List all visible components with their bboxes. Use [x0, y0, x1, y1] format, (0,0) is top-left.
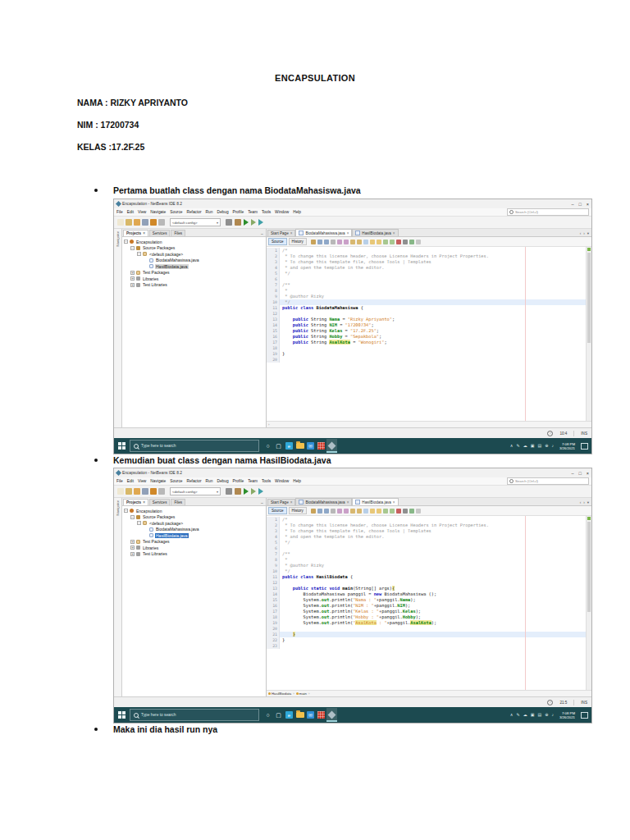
undo-icon[interactable] [150, 219, 157, 226]
code-line[interactable]: 1/* [267, 517, 587, 523]
run-project-icon[interactable] [244, 488, 249, 495]
screenshot-icon[interactable]: ▣ [531, 444, 535, 448]
code-line[interactable]: 7/** [267, 551, 587, 557]
expander-icon[interactable]: − [124, 240, 128, 244]
close-icon[interactable]: × [290, 231, 293, 235]
code-line[interactable]: 11public class HasilBiodata { [267, 574, 587, 580]
menu-tools[interactable]: Tools [262, 479, 271, 483]
menu-edit[interactable]: Edit [127, 479, 134, 483]
menu-navigate[interactable]: Navigate [150, 210, 166, 214]
menu-refactor[interactable]: Refactor [186, 479, 201, 483]
code-line[interactable]: 2 * To change this license header, choos… [267, 523, 587, 528]
code-line[interactable]: 12 [267, 580, 587, 586]
code-line[interactable]: 5 */ [267, 540, 587, 546]
editor-tab[interactable]: Start Page× [267, 499, 295, 505]
expander-icon[interactable]: + [130, 276, 135, 281]
code-line[interactable]: 7/** [267, 282, 587, 288]
editor-scrollbar[interactable] [586, 247, 591, 421]
edge-icon[interactable]: e [284, 708, 294, 722]
expander-icon[interactable]: − [137, 252, 141, 256]
close-icon[interactable]: × [143, 231, 145, 235]
pen-icon[interactable]: ✎ [517, 444, 520, 448]
comment-icon[interactable] [409, 509, 414, 514]
code-line[interactable]: 17 System.out.println("Kelas : "+panggil… [267, 609, 587, 614]
tab-list-icon[interactable]: ▾ [587, 231, 589, 235]
find-occurrences-icon[interactable] [337, 240, 342, 244]
menu-run[interactable]: Run [206, 479, 213, 483]
toggle-highlight-icon[interactable] [344, 509, 349, 514]
tree-item[interactable]: HasilBiodata.java [122, 263, 266, 270]
tree-item[interactable]: +Libraries [122, 276, 266, 282]
uncomment-icon[interactable] [416, 240, 421, 244]
previous-bookmark-icon[interactable] [350, 509, 355, 514]
back-icon[interactable] [317, 240, 322, 244]
code-line[interactable]: 14 public String NIM = "17200734"; [267, 322, 587, 328]
code-line[interactable]: 14 BiodataMahasiswa panggil = new Biodat… [267, 591, 587, 597]
source-view-button[interactable]: Source [268, 507, 287, 514]
next-bookmark-icon[interactable] [357, 509, 362, 514]
menu-navigate[interactable]: Navigate [150, 479, 166, 483]
code-line[interactable]: 18 [267, 345, 587, 351]
panel-minimize-button[interactable]: − [261, 500, 265, 505]
scroll-tabs-left-icon[interactable]: ‹ [580, 231, 582, 235]
code-line[interactable]: 8 * [267, 288, 587, 294]
cortana-icon[interactable]: ○ [262, 439, 273, 453]
tree-item[interactable]: −Source Packages [122, 245, 266, 252]
code-line[interactable]: 10 */ [267, 299, 587, 305]
start-macro-icon[interactable] [396, 240, 401, 244]
redo-icon[interactable] [158, 488, 165, 495]
ide-search-input[interactable]: Search (Ctrl+I) [507, 477, 589, 485]
code-line[interactable]: 2 * To change this license header, choos… [267, 253, 587, 259]
undo-icon[interactable] [150, 488, 157, 495]
editor-tab[interactable]: BiodataMahasiswa.java× [295, 498, 352, 505]
forward-icon[interactable] [324, 509, 329, 514]
forward-icon[interactable] [324, 240, 329, 244]
tree-item[interactable]: −Encapsulation [122, 508, 266, 514]
file-explorer-icon[interactable] [294, 439, 305, 453]
editor-scrollbar[interactable] [586, 516, 591, 690]
menu-view[interactable]: View [138, 210, 146, 214]
code-line[interactable]: 3 * To change this template file, choose… [267, 528, 587, 534]
cloud-icon[interactable]: ☁ [523, 444, 527, 448]
scroll-tabs-right-icon[interactable]: › [583, 500, 585, 504]
cortana-icon[interactable]: ○ [262, 708, 273, 722]
panel-tab-services[interactable]: Services [149, 230, 171, 236]
action-center-icon[interactable] [581, 712, 588, 719]
source-view-button[interactable]: Source [268, 238, 287, 245]
ide-search-input[interactable]: Search (Ctrl+I) [507, 208, 589, 216]
taskbar-search-input[interactable]: Type here to search [130, 709, 259, 721]
volume-icon[interactable]: ♪ [551, 713, 554, 717]
open-project-icon[interactable] [134, 219, 140, 226]
code-line[interactable]: 4 * and open the template in the editor. [267, 534, 587, 540]
scroll-tabs-right-icon[interactable]: › [583, 231, 585, 235]
expander-icon[interactable]: + [130, 546, 135, 550]
build-project-icon[interactable] [226, 488, 232, 495]
menu-debug[interactable]: Debug [217, 210, 228, 214]
toggle-bookmark-icon[interactable] [363, 240, 368, 244]
code-line[interactable]: 22} [267, 637, 587, 643]
menu-edit[interactable]: Edit [127, 210, 134, 214]
code-line[interactable]: 1/* [267, 248, 587, 253]
panel-tab-files[interactable]: Files [171, 230, 185, 236]
menu-profile[interactable]: Profile [233, 479, 244, 483]
menu-help[interactable]: Help [293, 210, 301, 214]
menu-tools[interactable]: Tools [262, 210, 271, 214]
clean-build-icon[interactable] [235, 219, 241, 226]
new-project-icon[interactable] [126, 219, 132, 226]
last-edit-icon[interactable] [311, 509, 316, 514]
shift-right-icon[interactable] [390, 240, 395, 244]
taskbar-search-input[interactable]: Type here to search [130, 440, 259, 452]
start-button[interactable] [116, 441, 126, 452]
close-icon[interactable]: × [290, 500, 293, 504]
shift-left-icon[interactable] [383, 240, 388, 244]
panel-tab-projects[interactable]: Projects× [123, 230, 148, 236]
maximize-button[interactable]: □ [578, 202, 581, 207]
expander-icon[interactable]: − [124, 509, 128, 513]
run-project-icon[interactable] [244, 219, 249, 226]
menu-window[interactable]: Window [275, 210, 289, 214]
menu-window[interactable]: Window [275, 479, 289, 483]
code-line[interactable]: 19 System.out.println("AsalKota : "+pang… [267, 620, 587, 626]
code-line[interactable]: 20 [267, 357, 587, 363]
close-icon[interactable]: × [393, 231, 395, 235]
scroll-tabs-left-icon[interactable]: ‹ [580, 500, 582, 504]
